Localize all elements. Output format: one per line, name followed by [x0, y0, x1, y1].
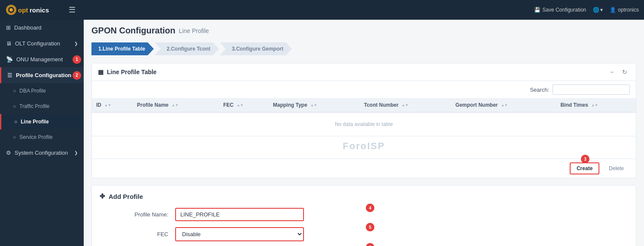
col-mapping-type: Mapping Type ▲▼: [269, 98, 360, 112]
line-profile-table-card: ▦ Line Profile Table − ↻ Search: ID: [91, 63, 636, 178]
table-header: ID ▲▼ Profile Name ▲▼ FEC ▲▼ Mapping T: [92, 98, 636, 112]
svg-point-2: [9, 8, 13, 12]
search-container: Search:: [92, 81, 636, 98]
user-menu[interactable]: 👤 optronics: [610, 7, 639, 13]
annotation-badge-3: 3: [581, 155, 589, 163]
card-header-left: ▦ Line Profile Table: [98, 69, 157, 75]
sort-arrows[interactable]: ▲▼: [172, 103, 179, 107]
wizard-step-3[interactable]: 3.Configure Gemport: [220, 42, 292, 55]
col-id: ID ▲▼: [92, 98, 133, 112]
wizard-steps: 1.Line Profile Table 2.Configure Tcont 3…: [91, 42, 636, 55]
create-button[interactable]: Create: [570, 162, 599, 174]
form-row-fec: FEC Disable Enable 5: [100, 227, 628, 241]
card-header: ▦ Line Profile Table − ↻: [92, 63, 636, 81]
page-header: GPON Configuration Line Profile: [91, 26, 636, 36]
annotation-badge-6: 6: [366, 243, 374, 246]
dashboard-icon: ⊞: [6, 24, 11, 31]
page-title: GPON Configuration: [91, 26, 176, 36]
table-body: No data available in table: [92, 112, 636, 136]
annotation-badge-4: 4: [366, 204, 374, 212]
profile-name-label: Profile Name:: [100, 211, 168, 218]
col-fec: FEC ▲▼: [219, 98, 269, 112]
search-label: Search:: [530, 87, 549, 93]
circle-active-icon: ○: [14, 119, 17, 125]
no-data-row: No data available in table: [92, 112, 636, 136]
chevron-icon: ❯: [74, 41, 78, 46]
app-body: ⊞ Dashboard 🖥 OLT Configuration ❯ 📡 ONU …: [0, 20, 644, 246]
data-table: ID ▲▼ Profile Name ▲▼ FEC ▲▼ Mapping T: [92, 98, 636, 136]
page-subtitle: Line Profile: [179, 27, 209, 34]
col-tcont-number: Tcont Number ▲▼: [360, 98, 451, 112]
table-actions: 3 Create Delete: [92, 159, 636, 178]
add-profile-title: ✤ Add Profile: [100, 192, 628, 200]
add-profile-section: ✤ Add Profile Profile Name: 4 FEC Disabl…: [91, 185, 636, 246]
form-row-profile-name: Profile Name: 4: [100, 208, 628, 221]
col-gemport-number: Gemport Number ▲▼: [451, 98, 556, 112]
main-content: GPON Configuration Line Profile 1.Line P…: [84, 20, 644, 246]
refresh-button[interactable]: ↻: [620, 68, 630, 76]
sidebar-item-system-configuration[interactable]: ⚙ System Configuration ❯: [0, 145, 84, 161]
circle-icon: ○: [13, 103, 16, 109]
sidebar-item-dashboard[interactable]: ⊞ Dashboard: [0, 20, 84, 36]
wizard-step-2[interactable]: 2.Configure Tcont: [155, 42, 219, 55]
delete-button[interactable]: Delete: [603, 162, 630, 174]
table-icon: ▦: [98, 69, 103, 75]
annotation-badge-5: 5: [366, 223, 374, 231]
sidebar-item-profile-configuration[interactable]: ☰ Profile Configuration 2: [0, 67, 84, 83]
card-title: Line Profile Table: [107, 69, 157, 75]
card-header-right: − ↻: [608, 68, 630, 76]
search-input[interactable]: [553, 84, 630, 95]
save-configuration-button[interactable]: 💾 Save Configuration: [534, 7, 586, 13]
sidebar-item-service-profile[interactable]: ○ Service Profile: [0, 129, 84, 145]
sort-arrows[interactable]: ▲▼: [501, 103, 508, 107]
watermark: ForoISP: [92, 136, 636, 159]
col-profile-name: Profile Name ▲▼: [133, 98, 219, 112]
sidebar: ⊞ Dashboard 🖥 OLT Configuration ❯ 📡 ONU …: [0, 20, 84, 246]
sidebar-item-onu-management[interactable]: 📡 ONU Management 1: [0, 51, 84, 67]
sort-arrows[interactable]: ▲▼: [402, 103, 409, 107]
no-data-message: No data available in table: [92, 112, 636, 136]
hamburger-button[interactable]: ☰: [65, 3, 79, 16]
fec-select[interactable]: Disable Enable: [175, 227, 304, 241]
sort-arrows[interactable]: ▲▼: [591, 103, 598, 107]
col-bind-times: Bind Times ▲▼: [556, 98, 636, 112]
logo: opt ronics: [5, 3, 61, 17]
user-icon: 👤: [610, 7, 616, 13]
top-nav-right: 💾 Save Configuration 🌐 ▾ 👤 optronics: [534, 7, 639, 13]
sort-arrows[interactable]: ▲▼: [310, 103, 317, 107]
annotation-badge-1: 1: [73, 55, 81, 64]
annotation-badge-2: 2: [73, 71, 81, 80]
svg-text:ronics: ronics: [30, 6, 49, 14]
sort-arrows[interactable]: ▲▼: [237, 103, 243, 107]
sidebar-item-traffic-profile[interactable]: ○ Traffic Profile: [0, 99, 84, 114]
minimize-button[interactable]: −: [608, 68, 616, 76]
sidebar-item-line-profile[interactable]: ○ Line Profile: [0, 114, 84, 129]
add-icon: ✤: [100, 192, 105, 200]
circle-icon: ○: [13, 134, 16, 140]
table-header-row: ID ▲▼ Profile Name ▲▼ FEC ▲▼ Mapping T: [92, 98, 636, 112]
save-icon: 💾: [534, 7, 541, 13]
circle-icon: ○: [13, 88, 16, 94]
sidebar-item-dba-profile[interactable]: ○ DBA Profile: [0, 83, 84, 99]
globe-icon: 🌐: [593, 7, 599, 13]
profile-name-input[interactable]: [175, 208, 304, 221]
fec-label: FEC: [100, 231, 168, 237]
sort-arrows[interactable]: ▲▼: [104, 103, 111, 107]
gear-icon: ⚙: [6, 150, 11, 156]
svg-text:opt: opt: [18, 6, 28, 14]
sidebar-item-olt-configuration[interactable]: 🖥 OLT Configuration ❯: [0, 36, 84, 51]
onu-icon: 📡: [6, 56, 13, 63]
top-navigation: opt ronics ☰ 💾 Save Configuration 🌐 ▾ 👤 …: [0, 0, 644, 20]
language-selector[interactable]: 🌐 ▾: [593, 7, 603, 13]
chevron-icon: ❯: [74, 150, 78, 155]
wizard-step-1[interactable]: 1.Line Profile Table: [91, 42, 154, 55]
profile-icon: ☰: [7, 72, 12, 78]
olt-icon: 🖥: [6, 40, 12, 47]
